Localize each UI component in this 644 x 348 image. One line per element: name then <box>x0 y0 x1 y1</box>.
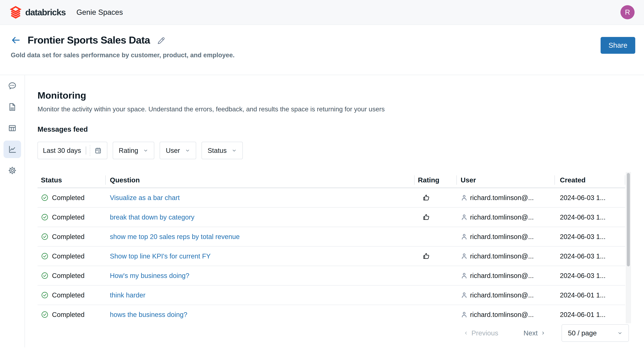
status-cell: Completed <box>38 291 106 299</box>
check-circle-icon <box>41 311 48 319</box>
column-header-rating: Rating <box>414 172 457 188</box>
user-email: richard.tomlinson@... <box>470 194 534 201</box>
user-filter[interactable]: User <box>160 142 196 159</box>
rating-cell <box>414 252 457 260</box>
column-header-status: Status <box>38 172 106 188</box>
filters-bar: Last 30 days Rating User Status <box>38 142 644 159</box>
person-icon <box>460 194 468 201</box>
rating-cell <box>414 272 457 280</box>
created-cell: 2024-06-03 1... <box>555 252 625 260</box>
monitoring-description: Monitor the activity within your space. … <box>38 106 644 113</box>
user-email: richard.tomlinson@... <box>470 311 534 319</box>
check-circle-icon <box>41 233 48 240</box>
status-label: Completed <box>52 194 84 201</box>
brand-wordmark: databricks <box>25 7 66 17</box>
question-link[interactable]: break that down by category <box>110 213 194 221</box>
chevron-down-icon <box>618 331 622 336</box>
question-cell: break that down by category <box>106 213 414 221</box>
table-row: Completed Visualize as a bar chart richa… <box>38 188 625 208</box>
status-filter[interactable]: Status <box>202 142 243 159</box>
scrollbar-thumb[interactable] <box>627 173 630 266</box>
sidebar-item-instructions[interactable] <box>4 98 21 116</box>
thumbs-up-icon <box>422 194 430 202</box>
rating-cell <box>414 213 457 221</box>
status-cell: Completed <box>38 194 106 201</box>
person-icon <box>460 311 468 318</box>
status-filter-label: Status <box>208 147 226 154</box>
avatar[interactable]: R <box>620 5 634 19</box>
sidebar-item-monitoring[interactable] <box>4 141 21 158</box>
date-range-value: Last 30 days <box>43 147 81 154</box>
user-cell: richard.tomlinson@... <box>457 233 555 240</box>
databricks-logo: databricks <box>10 6 66 19</box>
monitoring-title: Monitoring <box>38 90 644 101</box>
created-timestamp: 2024-06-03 1... <box>560 272 606 280</box>
person-icon <box>460 292 468 299</box>
share-button[interactable]: Share <box>600 37 635 54</box>
table-row: Completed think harder richard.tomlinson… <box>38 286 625 305</box>
databricks-logo-icon <box>10 6 22 19</box>
thumbs-up-icon <box>422 252 430 260</box>
next-page-button[interactable]: Next <box>524 329 546 337</box>
user-cell: richard.tomlinson@... <box>457 194 555 201</box>
chevron-left-icon <box>464 331 468 336</box>
question-cell: hows the business doing? <box>106 311 414 319</box>
user-cell: richard.tomlinson@... <box>457 291 555 299</box>
pagination: Previous Next 50 / page <box>38 324 631 342</box>
question-link[interactable]: Show top line KPI's for current FY <box>110 252 211 260</box>
question-link[interactable]: think harder <box>110 291 145 299</box>
status-label: Completed <box>52 233 84 240</box>
check-circle-icon <box>41 291 48 299</box>
table-row: Completed hows the business doing? richa… <box>38 305 625 323</box>
user-cell: richard.tomlinson@... <box>457 272 555 280</box>
rating-cell <box>414 233 457 241</box>
question-link[interactable]: hows the business doing? <box>110 311 187 319</box>
created-cell: 2024-06-03 1... <box>555 194 625 201</box>
page-title: Frontier Sports Sales Data <box>28 34 150 46</box>
user-cell: richard.tomlinson@... <box>457 252 555 260</box>
rating-filter[interactable]: Rating <box>113 142 154 159</box>
space-description: Gold data set for sales performance by c… <box>11 52 634 59</box>
created-cell: 2024-06-01 1... <box>555 291 625 299</box>
table-icon <box>8 123 17 133</box>
date-range-filter[interactable]: Last 30 days <box>38 142 107 159</box>
created-timestamp: 2024-06-01 1... <box>560 311 606 319</box>
sidebar-item-chat[interactable] <box>4 77 21 95</box>
question-link[interactable]: Visualize as a bar chart <box>110 194 180 201</box>
table-row: Completed break that down by category ri… <box>38 208 625 227</box>
edit-title-button[interactable] <box>157 36 166 45</box>
user-email: richard.tomlinson@... <box>470 291 534 299</box>
question-link[interactable]: How's my business doing? <box>110 272 189 280</box>
table-header: Status Question Rating User Created <box>38 172 625 188</box>
question-cell: think harder <box>106 291 414 299</box>
app-title: Genie Spaces <box>76 8 123 16</box>
rating-cell <box>414 311 457 319</box>
chat-bubble-icon <box>8 81 17 91</box>
sidebar-item-data[interactable] <box>4 119 21 137</box>
created-timestamp: 2024-06-03 1... <box>560 194 606 201</box>
created-timestamp: 2024-06-03 1... <box>560 252 606 260</box>
question-cell: show me top 20 sales reps by total reven… <box>106 233 414 240</box>
question-cell: Visualize as a bar chart <box>106 194 414 201</box>
user-cell: richard.tomlinson@... <box>457 213 555 221</box>
column-header-user: User <box>457 172 555 188</box>
check-circle-icon <box>41 213 48 221</box>
sidebar-item-settings[interactable] <box>4 162 21 179</box>
page-size-select[interactable]: 50 / page <box>562 324 629 342</box>
calendar-icon <box>94 147 102 154</box>
previous-page-button[interactable]: Previous <box>464 329 498 337</box>
question-cell: How's my business doing? <box>106 272 414 280</box>
status-label: Completed <box>52 311 84 319</box>
person-icon <box>460 214 468 221</box>
page-header: Frontier Sports Sales Data Gold data set… <box>0 25 644 75</box>
created-cell: 2024-06-03 1... <box>555 272 625 280</box>
messages-feed-title: Messages feed <box>38 125 644 133</box>
column-header-question: Question <box>106 172 414 188</box>
question-link[interactable]: show me top 20 sales reps by total reven… <box>110 233 240 240</box>
user-email: richard.tomlinson@... <box>470 252 534 260</box>
status-cell: Completed <box>38 311 106 319</box>
back-button[interactable] <box>11 35 21 45</box>
check-circle-icon <box>41 272 48 280</box>
status-label: Completed <box>52 252 84 260</box>
gear-icon <box>8 166 17 175</box>
